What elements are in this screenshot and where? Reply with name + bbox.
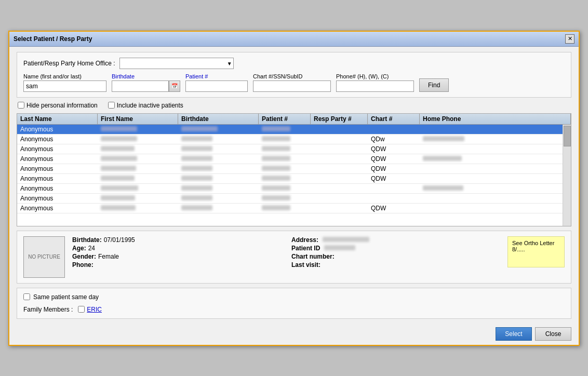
patient-num-label: Patient #: [185, 73, 248, 79]
include-inactive-checkbox-label[interactable]: Include inactive patients: [108, 102, 183, 109]
col-first-name: First Name: [98, 114, 178, 124]
table-row[interactable]: Anonymous: [17, 184, 563, 194]
home-office-select[interactable]: [119, 58, 234, 69]
cell-last-name: Anonymous: [17, 154, 98, 164]
cell-resp-party: [311, 144, 368, 154]
chart-field-group: Chart #/SSN/SubID: [253, 73, 331, 92]
name-field-group: Name (first and/or last): [23, 73, 106, 92]
table-body[interactable]: Anonymous Anonymous: [17, 125, 571, 226]
table-row[interactable]: Anonymous QDW: [17, 154, 563, 164]
cell-last-name: Anonymous: [17, 144, 98, 154]
cell-first-name: [98, 144, 178, 154]
chart-input[interactable]: [253, 80, 331, 92]
gender-field: Gender: Female: [72, 253, 281, 260]
cell-patient-num: [259, 174, 311, 183]
close-button[interactable]: Close: [535, 327, 571, 341]
table-row[interactable]: Anonymous QDW: [17, 204, 563, 213]
col-birthdate: Birthdate: [178, 114, 259, 124]
table-row[interactable]: Anonymous QDW: [17, 164, 563, 174]
chart-number-field: Chart number:: [291, 253, 500, 260]
patient-id-key: Patient ID: [291, 245, 320, 252]
table-row[interactable]: Anonymous QDW: [17, 144, 563, 154]
bottom-section: Same patient same day Family Members : E…: [17, 288, 571, 319]
cell-last-name: Anonymous: [17, 184, 98, 193]
cell-patient-num: [259, 164, 311, 173]
birthdate-value: 07/01/1995: [104, 236, 135, 244]
select-button[interactable]: Select: [496, 327, 532, 341]
cell-first-name: [98, 154, 178, 164]
dialog-title: Select Patient / Resp Party: [14, 35, 92, 43]
table-row[interactable]: Anonymous: [17, 194, 563, 204]
address-key: Address:: [291, 236, 318, 244]
name-label: Name (first and/or last): [23, 73, 106, 79]
cell-home-phone: [420, 174, 563, 183]
cell-chart: QDw: [368, 135, 420, 144]
same-patient-checkbox[interactable]: [23, 293, 30, 300]
buttons-row: Select Close: [9, 324, 579, 345]
cell-resp-party: [311, 125, 368, 134]
patient-id-value: [324, 245, 355, 250]
phone-field-group: Phone# (H), (W), (C): [336, 73, 414, 92]
family-member-checkbox[interactable]: [78, 306, 85, 313]
col-home-phone: Home Phone: [420, 114, 571, 124]
address-value: [323, 237, 369, 242]
cell-resp-party: [311, 204, 368, 213]
name-input[interactable]: [23, 80, 106, 92]
hide-personal-checkbox[interactable]: [18, 102, 24, 109]
home-office-row: Patient/Resp Party Home Office : ▼: [23, 58, 565, 69]
cell-first-name: [98, 135, 178, 144]
cell-first-name: [98, 164, 178, 173]
calendar-button[interactable]: 📅: [169, 80, 180, 92]
cell-resp-party: [311, 164, 368, 173]
birthdate-label: Birthdate: [112, 73, 180, 79]
gender-value: Female: [98, 253, 119, 260]
patient-photo: NO PICTURE: [23, 236, 65, 278]
close-icon[interactable]: ✕: [565, 34, 574, 44]
gender-key: Gender:: [72, 253, 96, 260]
home-office-dropdown-wrapper: ▼: [119, 58, 234, 69]
cell-first-name: [98, 204, 178, 213]
cell-resp-party: [311, 184, 368, 193]
search-fields-row: Name (first and/or last) Birthdate 📅 Pat…: [23, 73, 565, 92]
cell-chart: QDW: [368, 144, 420, 154]
cell-chart: QDW: [368, 154, 420, 164]
table-row[interactable]: Anonymous QDW: [17, 174, 563, 184]
phone-field: Phone:: [72, 261, 281, 268]
address-field: Address:: [291, 236, 500, 244]
cell-patient-num: [259, 204, 311, 213]
patient-num-input[interactable]: [185, 80, 248, 92]
hide-personal-checkbox-label[interactable]: Hide personal information: [18, 102, 98, 109]
scrollbar[interactable]: [563, 125, 571, 226]
cell-birthdate: [178, 194, 259, 203]
cell-home-phone: [420, 184, 563, 193]
checkboxes-row: Hide personal information Include inacti…: [18, 102, 570, 109]
cell-patient-num: [259, 154, 311, 164]
family-member-name[interactable]: ERIC: [87, 306, 102, 313]
phone-input[interactable]: [336, 80, 414, 92]
table-row[interactable]: Anonymous: [17, 125, 563, 135]
find-button[interactable]: Find: [419, 78, 449, 92]
table-row[interactable]: Anonymous QDw: [17, 135, 563, 144]
col-last-name: Last Name: [17, 114, 98, 124]
cell-birthdate: [178, 135, 259, 144]
age-value: 24: [88, 245, 95, 252]
cell-birthdate: [178, 154, 259, 164]
detail-info-container: Birthdate: 07/01/1995 Address: Age: 24 P…: [72, 236, 500, 268]
col-chart: Chart #: [368, 114, 420, 124]
cell-patient-num: [259, 144, 311, 154]
family-members-row: Family Members : ERIC: [23, 306, 565, 313]
birthdate-input[interactable]: [112, 80, 169, 92]
cell-chart: [368, 125, 420, 134]
cell-birthdate: [178, 184, 259, 193]
cell-last-name: Anonymous: [17, 194, 98, 203]
patient-id-field: Patient ID: [291, 245, 500, 252]
cell-home-phone: [420, 194, 563, 203]
include-inactive-checkbox[interactable]: [108, 102, 115, 109]
cell-home-phone: [420, 164, 563, 173]
same-patient-label: Same patient same day: [33, 293, 99, 301]
same-patient-row: Same patient same day: [23, 293, 565, 301]
last-visit-field: Last visit:: [291, 261, 500, 268]
scrollbar-thumb[interactable]: [564, 126, 571, 146]
cell-home-phone: [420, 135, 563, 144]
title-bar: Select Patient / Resp Party ✕: [9, 32, 579, 47]
